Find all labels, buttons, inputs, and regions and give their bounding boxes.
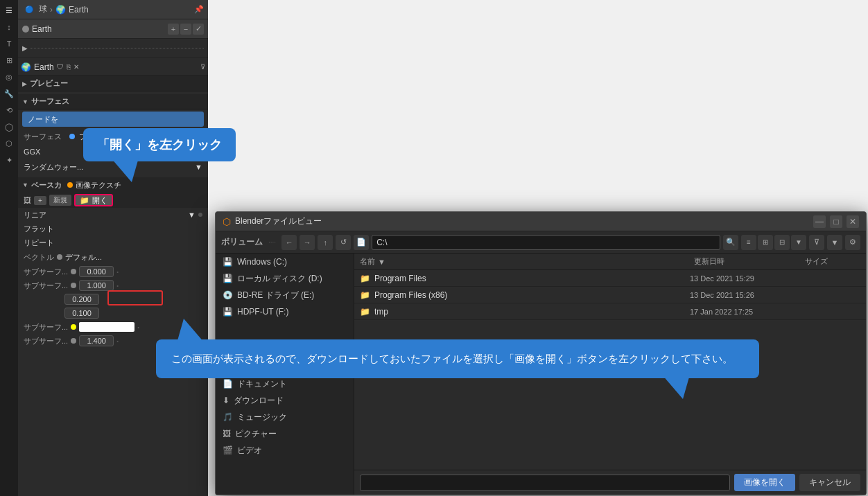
sidebar-icon-wrench[interactable]: 🔧 (1, 86, 17, 101)
sidebar-item-bdre-e[interactable]: 💿 BD-RE ドライブ (E:) (216, 287, 354, 303)
callout-2: この画面が表示されるので、ダウンロードしておいたファイルを選択し「画像を開く」ボ… (156, 339, 759, 378)
subsurface-sub-val-2[interactable]: 0.100 (64, 308, 99, 319)
plus-button[interactable]: + (34, 196, 46, 205)
pictures-icon: 🖼 (223, 429, 231, 439)
subsurface-val-2[interactable]: 1.000 (79, 280, 114, 291)
filter-dropdown-btn[interactable]: ▼ (827, 235, 842, 250)
sphere-icon[interactable]: 🔵 (22, 3, 36, 17)
surface-section-header[interactable]: ▼ サーフェス (18, 94, 208, 109)
pin-icon[interactable]: 📌 (194, 5, 204, 14)
view-thumb-btn[interactable]: ⊟ (774, 235, 790, 250)
play-button[interactable]: ▶ (22, 44, 28, 52)
subsurface-val-1[interactable]: 0.000 (79, 266, 114, 277)
open-btn-label: 開く (92, 195, 107, 206)
open-image-button[interactable]: 画像を開く (734, 474, 795, 491)
file-item-program-files[interactable]: 📁 Program Files 13 Dec 2021 15:29 (354, 270, 866, 287)
col-name-label: 名前 (360, 256, 375, 267)
filter-icon[interactable]: ⊽ (200, 63, 205, 71)
file-date-pf: 13 Dec 2021 15:29 (690, 274, 801, 283)
ggx-label: GGX (24, 148, 40, 156)
subsurface-color-box[interactable] (79, 322, 134, 332)
sidebar-icon-dot[interactable]: ◎ (1, 69, 17, 85)
sidebar-item-music[interactable]: 🎵 ミュージック (216, 409, 354, 425)
sidebar-item-pictures[interactable]: 🖼 ピクチャー (216, 425, 354, 442)
node-button[interactable]: ノードを (22, 112, 204, 127)
nav-refresh-btn[interactable]: ↺ (336, 235, 351, 250)
subsurface-val-4[interactable]: 1.400 (79, 335, 114, 346)
sidebar-icon-menu[interactable]: ☰ (1, 3, 17, 18)
view-more-btn[interactable]: ▼ (791, 235, 806, 250)
close-icon[interactable]: ✕ (73, 63, 79, 71)
sidebar-icon-grid[interactable]: ⊞ (1, 53, 17, 68)
folder-icon-tmp: 📁 (360, 307, 370, 317)
earth-btns: + − ✓ (168, 24, 204, 35)
sidebar-item-video[interactable]: 🎬 ビデオ (216, 442, 354, 459)
random-label: ランダムウォー... (24, 162, 83, 172)
earth-minus-btn[interactable]: − (180, 24, 191, 35)
sidebar-icon-circle[interactable]: ◯ (1, 119, 17, 134)
filename-input[interactable] (360, 475, 730, 491)
sidebar-item-hdpf-f[interactable]: 💾 HDPF-UT (F:) (216, 303, 354, 320)
sidebar-icon-transform[interactable]: ↕ (1, 19, 17, 35)
volume-dots: ···· (268, 238, 276, 246)
subsurface-dot-1 (71, 269, 76, 274)
subsurface-label-2: サブサーフ... (24, 281, 68, 291)
file-name-pfx86: Program Files (x86) (374, 290, 686, 300)
new-button[interactable]: 新規 (49, 195, 71, 206)
dialog-maximize-btn[interactable]: □ (830, 215, 842, 228)
surface-type-label: サーフェス (24, 132, 65, 142)
subsurface-label-1: サブサーフ... (24, 267, 68, 277)
dialog-minimize-btn[interactable]: — (813, 215, 826, 228)
sidebar-item-downloads[interactable]: ⬇ ダウンロード (216, 392, 354, 409)
linear-dot (198, 213, 202, 217)
col-name-sort-icon[interactable]: ▼ (378, 258, 385, 266)
path-input[interactable] (372, 235, 720, 250)
sidebar-label-documents: ドキュメント (237, 378, 287, 390)
dialog-close-btn[interactable]: ✕ (847, 215, 859, 228)
sidebar-label-e: BD-RE ドライブ (E:) (237, 290, 314, 301)
copy-icon[interactable]: ⎘ (67, 63, 71, 71)
nav-back-btn[interactable]: ← (281, 235, 297, 250)
left-panel: 🔵 球 › 🌍 Earth 📌 + − ✓ ▶ 🌍 (0, 0, 208, 496)
earth-name-input[interactable] (32, 24, 165, 34)
gear-button[interactable]: ⚙ (845, 235, 860, 250)
file-item-program-files-x86[interactable]: 📁 Program Files (x86) 13 Dec 2021 15:26 (354, 287, 866, 303)
earth-plus-btn[interactable]: + (168, 24, 179, 35)
sidebar-label-c: Windows (C:) (237, 257, 287, 267)
view-grid-btn[interactable]: ⊞ (758, 235, 773, 250)
preview-section-header[interactable]: ▶ プレビュー (18, 76, 208, 91)
subsurface-bullet-3: • (137, 324, 139, 330)
subsurface-row-val1: 0.200 (18, 292, 208, 306)
vector-value: デフォル... (65, 252, 102, 263)
node-btn-label: ノードを (28, 114, 58, 125)
vector-dot (57, 254, 62, 260)
view-list-btn[interactable]: ≡ (741, 235, 756, 250)
sidebar-icon-star[interactable]: ✦ (1, 152, 17, 168)
linear-dropdown-icon[interactable]: ▼ (188, 211, 196, 219)
sidebar-icon-rotate[interactable]: ⟲ (1, 103, 17, 118)
shield-icon[interactable]: 🛡 (57, 63, 64, 71)
sidebar-item-local-d[interactable]: 💾 ローカル ディスク (D:) (216, 270, 354, 287)
nav-forward-btn[interactable]: → (300, 235, 315, 250)
sidebar-item-windows-c[interactable]: 💾 Windows (C:) (216, 254, 354, 270)
subsurface-sub-val-1[interactable]: 0.200 (64, 294, 99, 305)
open-button[interactable]: 📁 開く (74, 194, 113, 206)
file-item-tmp[interactable]: 📁 tmp 17 Jan 2022 17:25 (354, 303, 866, 320)
subsurface-bullet-2: • (116, 283, 119, 289)
earth-check-btn[interactable]: ✓ (193, 24, 204, 35)
file-name-pf: Program Files (374, 274, 686, 283)
nav-bookmark-btn[interactable]: 📄 (354, 235, 369, 250)
nav-up-btn[interactable]: ↑ (318, 235, 333, 250)
image-icon: 🖼 (24, 196, 31, 204)
sidebar-icon-hex[interactable]: ⬡ (1, 136, 17, 151)
basecolor-arrow-icon: ▼ (22, 181, 28, 188)
cancel-button[interactable]: キャンセル (799, 474, 860, 491)
filter-button[interactable]: ⊽ (809, 235, 824, 250)
subsurface-row-1: サブサーフ... 0.000 • (18, 265, 208, 278)
left-icon-sidebar: ☰ ↕ T ⊞ ◎ 🔧 ⟲ ◯ ⬡ ✦ (0, 0, 18, 496)
vector-label: ベクトル (24, 252, 54, 263)
subsurface-row-2: サブサーフ... 1.000 • (18, 278, 208, 292)
search-button[interactable]: 🔍 (723, 235, 738, 250)
random-dropdown-icon[interactable]: ▼ (195, 163, 202, 171)
sidebar-icon-text[interactable]: T (1, 36, 17, 51)
